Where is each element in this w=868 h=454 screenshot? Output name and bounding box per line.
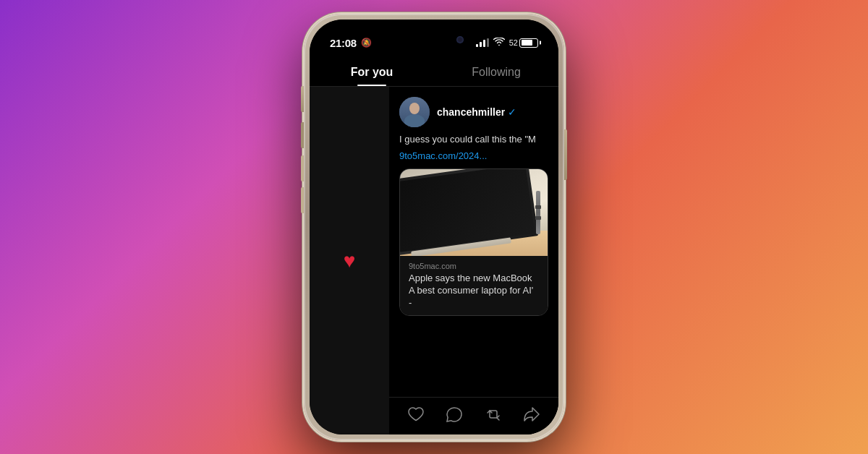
link-card-info: 9to5mac.com Apple says the new MacBook A… [400,256,548,315]
tab-following[interactable]: Following [434,57,558,86]
repost-icon [485,407,501,425]
phone-mockup: 21:08 🔕 [304,14,564,440]
silent-icon: 🔕 [361,38,372,48]
battery-fill [522,40,533,46]
tweet-header: chancehmiller ✓ [399,97,548,127]
feed-content: ♥ chancehmiller ✓ [310,87,558,434]
signal-icon [476,38,489,47]
verified-icon: ✓ [508,106,516,118]
phone-screen: 21:08 🔕 [310,20,558,434]
feed-tabs: For you Following [310,57,558,87]
macbook-visual [400,169,548,256]
avatar-image [399,97,430,127]
left-panel: ♥ [310,87,389,434]
wifi-icon [493,38,505,48]
macbook-ports [536,191,540,234]
battery-indicator: 52 [509,38,538,48]
right-panel: chancehmiller ✓ I guess you could call t… [389,87,558,434]
tweet-link[interactable]: 9to5mac.com/2024... [399,150,548,161]
share-button[interactable] [519,403,545,429]
tweet-text: I guess you could call this the "M [399,133,548,146]
battery-percent: 52 [509,38,518,47]
comment-icon [446,406,462,426]
link-domain: 9to5mac.com [409,262,539,270]
tweet-card: chancehmiller ✓ I guess you could call t… [389,87,558,397]
status-time: 21:08 [330,37,357,49]
tweet-action-bar [389,397,558,434]
comment-button[interactable] [441,403,467,429]
tweet-user-info: chancehmiller ✓ [437,106,516,118]
link-title: Apple says the new MacBook A best consum… [409,273,539,309]
dynamic-island [394,28,474,51]
link-card[interactable]: 9to5mac.com Apple says the new MacBook A… [399,168,548,316]
link-card-image [400,169,548,256]
repost-button[interactable] [480,403,506,429]
heart-icon: ♥ [344,249,356,273]
like-button[interactable] [403,403,429,429]
tab-for-you[interactable]: For you [310,57,434,86]
like-icon [408,407,424,425]
avatar [399,97,430,127]
tweet-username: chancehmiller [437,106,505,118]
battery-body [519,38,538,48]
status-icons: 52 [476,38,538,48]
share-icon [524,406,540,426]
